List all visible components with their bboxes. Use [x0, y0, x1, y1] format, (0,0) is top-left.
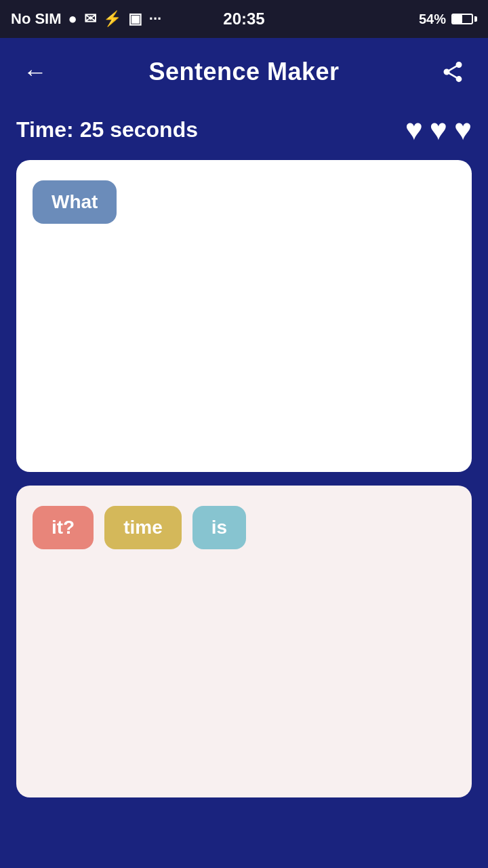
status-right: 54% — [419, 12, 477, 27]
battery-percent: 54% — [419, 12, 446, 27]
share-icon — [441, 60, 465, 84]
options-area[interactable]: it?timeis — [16, 486, 472, 797]
status-bar: No SIM ● ✉ ⚡ ▣ ··· 20:35 54% — [0, 0, 488, 38]
whatsapp-icon: ● — [68, 10, 77, 28]
heart-2: ♥ — [430, 113, 447, 146]
battery-icon — [451, 14, 477, 24]
option-word-chip[interactable]: time — [104, 506, 182, 549]
app-bar: ← Sentence Maker — [0, 38, 488, 106]
heart-3: ♥ — [454, 113, 472, 146]
heart-1: ♥ — [405, 113, 423, 146]
carrier-label: No SIM — [11, 10, 62, 28]
message-icon: ✉ — [84, 10, 96, 28]
sentence-area[interactable]: What — [16, 160, 472, 472]
more-icon: ··· — [149, 10, 161, 28]
option-word-chip[interactable]: it? — [33, 506, 94, 549]
app-title: Sentence Maker — [148, 58, 339, 86]
option-word-chip[interactable]: is — [192, 506, 246, 549]
timer-text: Time: 25 seconds — [16, 117, 198, 142]
status-time: 20:35 — [223, 9, 264, 28]
usb-icon: ⚡ — [103, 10, 121, 28]
sd-icon: ▣ — [128, 10, 142, 28]
share-button[interactable] — [434, 53, 472, 91]
timer-lives-row: Time: 25 seconds ♥ ♥ ♥ — [0, 106, 488, 160]
lives-container: ♥ ♥ ♥ — [405, 113, 472, 146]
back-button[interactable]: ← — [16, 53, 54, 91]
sentence-word-chip[interactable]: What — [33, 180, 117, 224]
status-left: No SIM ● ✉ ⚡ ▣ ··· — [11, 10, 161, 28]
